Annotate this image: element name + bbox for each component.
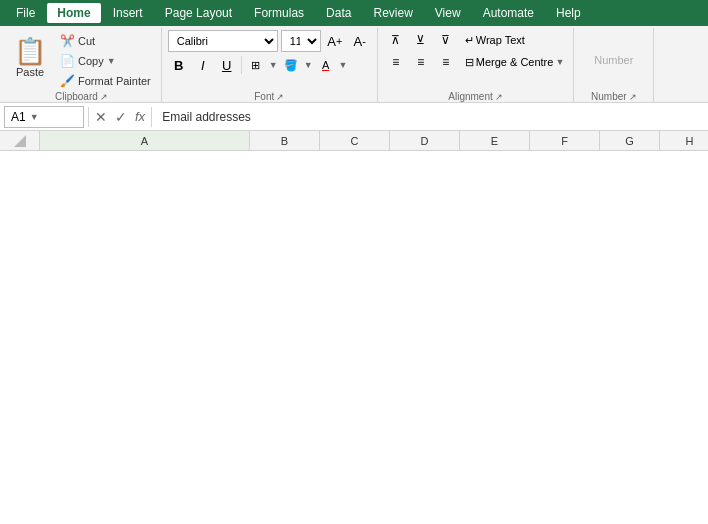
wrap-text-button[interactable]: ↵ Wrap Text [462,30,528,50]
merge-centre-button[interactable]: ⊟ Merge & Centre ▼ [462,52,568,72]
col-header-h[interactable]: H [660,131,708,150]
menu-view[interactable]: View [425,3,471,23]
font-color-button[interactable]: A [315,54,337,76]
align-left-button[interactable]: ≡ [384,52,408,72]
formula-input[interactable] [156,110,704,124]
column-headers-row: A B C D E F G H [0,131,708,151]
font-expand-icon[interactable]: ↗ [276,92,284,102]
alignment-group-label: Alignment [448,91,492,102]
menu-bar: File Home Insert Page Layout Formulas Da… [0,0,708,26]
format-painter-icon: 🖌️ [60,74,75,88]
menu-data[interactable]: Data [316,3,361,23]
align-top-right-button[interactable]: ⊽ [434,30,458,50]
menu-automate[interactable]: Automate [473,3,544,23]
paste-button[interactable]: 📋 Paste [8,30,52,86]
font-group-label: Font [254,91,274,102]
merge-dropdown-icon[interactable]: ▼ [555,57,564,67]
number-expand-icon[interactable]: ↗ [629,92,637,102]
col-header-d[interactable]: D [390,131,460,150]
cut-button[interactable]: ✂️ Cut [56,32,155,50]
fill-color-dropdown[interactable]: ▼ [304,60,313,70]
col-header-c[interactable]: C [320,131,390,150]
font-group: Calibri 11 A+ A- B I U ⊞ ▼ 🪣 ▼ [162,28,378,102]
align-right-button[interactable]: ≡ [434,52,458,72]
formula-cancel-icon[interactable]: ✕ [93,109,109,125]
copy-icon: 📄 [60,54,75,68]
align-center-button[interactable]: ≡ [409,52,433,72]
formula-bar: A1 ▼ ✕ ✓ fx [0,103,708,131]
cell-ref-box[interactable]: A1 ▼ [4,106,84,128]
align-top-center-button[interactable]: ⊻ [409,30,433,50]
menu-file[interactable]: File [6,3,45,23]
italic-button[interactable]: I [192,54,214,76]
formula-confirm-icon[interactable]: ✓ [113,109,129,125]
merge-icon: ⊟ [465,56,474,69]
col-header-b[interactable]: B [250,131,320,150]
clipboard-label: Clipboard [55,91,98,102]
fill-color-button[interactable]: 🪣 [280,54,302,76]
font-decrease-button[interactable]: A- [349,30,371,52]
number-group-label: Number [591,91,627,102]
copy-button[interactable]: 📄 Copy ▼ [56,52,155,70]
menu-home[interactable]: Home [47,3,100,23]
cell-ref-dropdown-icon[interactable]: ▼ [30,112,39,122]
col-header-f[interactable]: F [530,131,600,150]
font-name-select[interactable]: Calibri [168,30,278,52]
menu-page-layout[interactable]: Page Layout [155,3,242,23]
fx-label: fx [133,109,147,124]
cut-icon: ✂️ [60,34,75,48]
borders-button[interactable]: ⊞ [245,54,267,76]
format-painter-button[interactable]: 🖌️ Format Painter [56,72,155,90]
align-top-left-button[interactable]: ⊼ [384,30,408,50]
col-header-g[interactable]: G [600,131,660,150]
menu-help[interactable]: Help [546,3,591,23]
font-color-dropdown[interactable]: ▼ [339,60,348,70]
spreadsheet: A B C D E F G H [0,131,708,151]
menu-review[interactable]: Review [363,3,422,23]
wrap-text-icon: ↵ [465,34,474,47]
menu-insert[interactable]: Insert [103,3,153,23]
alignment-group: ⊼ ⊻ ⊽ ≡ ≡ ≡ ↵ Wrap Text [378,28,575,102]
svg-marker-0 [14,135,26,147]
bold-button[interactable]: B [168,54,190,76]
clipboard-expand-icon[interactable]: ↗ [100,92,108,102]
col-header-e[interactable]: E [460,131,530,150]
copy-dropdown-icon[interactable]: ▼ [107,56,116,66]
font-increase-button[interactable]: A+ [324,30,346,52]
alignment-expand-icon[interactable]: ↗ [495,92,503,102]
menu-formulas[interactable]: Formulas [244,3,314,23]
borders-dropdown[interactable]: ▼ [269,60,278,70]
clipboard-group: 📋 Paste ✂️ Cut 📄 Copy ▼ 🖌️ [2,28,162,102]
col-header-a[interactable]: A [40,131,250,150]
number-group: Number Number ↗ [574,28,654,102]
underline-button[interactable]: U [216,54,238,76]
font-size-select[interactable]: 11 [281,30,321,52]
ribbon: 📋 Paste ✂️ Cut 📄 Copy ▼ 🖌️ [0,26,708,103]
corner-cell [0,131,40,150]
